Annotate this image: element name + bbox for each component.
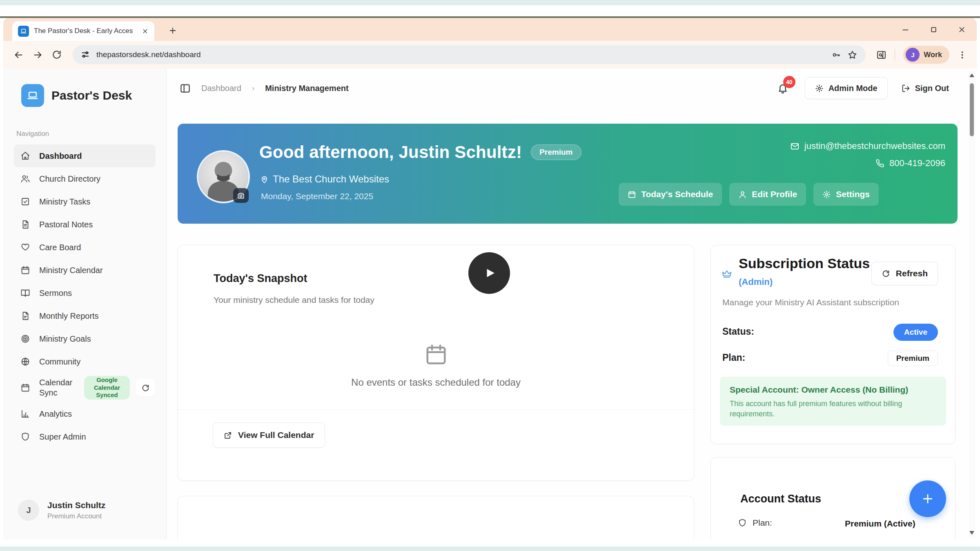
window-controls (901, 18, 966, 41)
back-icon[interactable] (13, 49, 24, 60)
sign-out-button[interactable]: Sign Out (898, 77, 952, 99)
special-account-notice: Special Account: Owner Access (No Billin… (720, 377, 946, 426)
camera-icon[interactable] (233, 188, 249, 203)
location-pin-icon (260, 175, 269, 184)
sidebar-item-label: Pastoral Notes (39, 220, 93, 229)
site-favicon-icon (18, 26, 29, 37)
edit-profile-button[interactable]: Edit Profile (729, 183, 806, 206)
toolbar-divider (895, 49, 895, 60)
sidebar-item-sermons[interactable]: Sermons (14, 282, 156, 304)
sidebar-item-analytics[interactable]: Analytics (14, 402, 156, 425)
video-play-button[interactable] (468, 252, 510, 294)
sidebar-item-care-board[interactable]: Care Board (14, 236, 156, 259)
refresh-button[interactable]: Refresh (871, 262, 938, 285)
browser-tab[interactable]: The Pastor's Desk - Early Acces (12, 21, 154, 41)
sync-refresh-icon[interactable] (136, 379, 155, 397)
page-scrollbar[interactable] (969, 71, 975, 537)
todays-schedule-button[interactable]: Today's Schedule (619, 183, 722, 206)
crown-icon (722, 268, 732, 279)
sidebar-item-label: Sermons (39, 289, 72, 298)
site-settings-icon[interactable] (81, 50, 90, 59)
reload-icon[interactable] (51, 49, 62, 60)
breadcrumb-dashboard[interactable]: Dashboard (201, 84, 241, 93)
side-panel-icon[interactable] (876, 50, 886, 60)
profile-avatar: J (906, 48, 920, 62)
phone-icon (875, 159, 884, 168)
admin-mode-button[interactable]: Admin Mode (805, 77, 888, 99)
maximize-icon[interactable] (929, 25, 938, 34)
heart-icon (20, 242, 30, 252)
users-icon (20, 174, 30, 184)
address-bar[interactable]: thepastorsdesk.net/dashboard (73, 45, 866, 64)
sidebar-item-community[interactable]: Community (14, 350, 156, 373)
empty-state-text: No events or tasks scheduled for today (178, 377, 694, 388)
bottom-band (0, 547, 980, 551)
sidebar-item-dashboard[interactable]: Dashboard (14, 144, 156, 167)
greeting-title: Good afternoon, Justin Schultz! (259, 142, 522, 162)
lower-left-card (178, 496, 694, 540)
sidebar-item-ministry-calendar[interactable]: Ministry Calendar (14, 259, 156, 282)
book-open-icon (20, 288, 30, 298)
file-icon (20, 311, 30, 321)
forward-icon[interactable] (32, 49, 43, 60)
browser-menu-icon[interactable] (958, 50, 967, 60)
sidebar-item-label: Dashboard (39, 151, 82, 161)
scrollbar-down-arrow[interactable] (969, 531, 974, 535)
add-floating-button[interactable] (909, 480, 946, 517)
minimize-icon[interactable] (901, 25, 910, 34)
laptop-logo-icon (21, 84, 44, 107)
shield-icon (20, 432, 30, 442)
browser-profile-chip[interactable]: J Work (903, 46, 949, 64)
sidebar-item-monthly-reports[interactable]: Monthly Reports (14, 304, 156, 327)
calendar-icon (20, 265, 30, 275)
settings-button[interactable]: Settings (813, 183, 879, 206)
calendar-empty-icon (424, 342, 448, 367)
sidebar-item-label: Care Board (39, 243, 81, 252)
welcome-banner: Good afternoon, Justin Schultz! Premium … (178, 124, 958, 224)
subscription-status-card: Subscription Status (Admin) Refresh Mana… (710, 245, 956, 444)
subscription-subtitle: Manage your Ministry AI Assistant subscr… (722, 298, 899, 307)
check-square-icon (20, 197, 30, 207)
external-link-icon (224, 431, 232, 440)
email-row: justin@thebestchurchwebsites.com (790, 141, 945, 151)
nav-section-label: Navigation (16, 130, 156, 138)
notice-body: This account has full premium features w… (730, 399, 926, 419)
account-plan-value: Premium (Active) (845, 519, 915, 529)
notice-title: Special Account: Owner Access (No Billin… (730, 385, 936, 395)
sidebar-item-church-directory[interactable]: Church Directory (14, 167, 156, 190)
sidebar-toggle-icon[interactable] (180, 83, 191, 94)
envelope-icon (790, 142, 800, 151)
sidebar-item-super-admin[interactable]: Super Admin (14, 425, 156, 448)
todays-snapshot-card: Today's Snapshot Your ministry schedule … (178, 245, 694, 481)
sidebar-user-card[interactable]: J Justin Schultz Premium Account (14, 495, 156, 521)
bar-chart-icon (20, 409, 30, 419)
profile-name: Work (924, 51, 942, 59)
breadcrumb-separator: › (252, 84, 254, 93)
sidebar-item-ministry-goals[interactable]: Ministry Goals (14, 327, 156, 350)
notifications-button[interactable]: 40 (777, 82, 788, 94)
sidebar-item-calendar-sync[interactable]: Calendar Sync Google Calendar Synced (14, 373, 156, 402)
refresh-icon (882, 269, 890, 278)
close-icon[interactable] (958, 25, 966, 34)
scrollbar-up-arrow[interactable] (969, 73, 974, 77)
sidebar-item-ministry-tasks[interactable]: Ministry Tasks (14, 190, 156, 213)
breadcrumb-current: Ministry Management (265, 84, 348, 93)
passwords-key-icon[interactable] (831, 50, 841, 60)
sidebar-item-label: Community (39, 357, 80, 367)
new-tab-button[interactable] (166, 24, 180, 38)
sidebar-item-label: Calendar Sync (39, 378, 85, 398)
bookmark-star-icon[interactable] (847, 50, 858, 60)
target-icon (20, 334, 30, 344)
calendar-icon (628, 190, 636, 199)
sidebar-item-pastoral-notes[interactable]: Pastoral Notes (14, 213, 156, 236)
view-full-calendar-button[interactable]: View Full Calendar (213, 422, 325, 448)
app-logo[interactable]: Pastor's Desk (14, 84, 156, 107)
sidebar-item-label: Ministry Tasks (39, 197, 90, 207)
snapshot-subtitle: Your ministry schedule and tasks for tod… (214, 295, 374, 305)
main-header: Dashboard › Ministry Management 40 Admin… (180, 76, 952, 100)
app-title: Pastor's Desk (51, 89, 132, 102)
user-plan: Premium Account (47, 512, 105, 520)
snapshot-title: Today's Snapshot (214, 272, 307, 285)
tab-close-icon[interactable] (142, 28, 149, 35)
scrollbar-thumb[interactable] (970, 83, 974, 136)
